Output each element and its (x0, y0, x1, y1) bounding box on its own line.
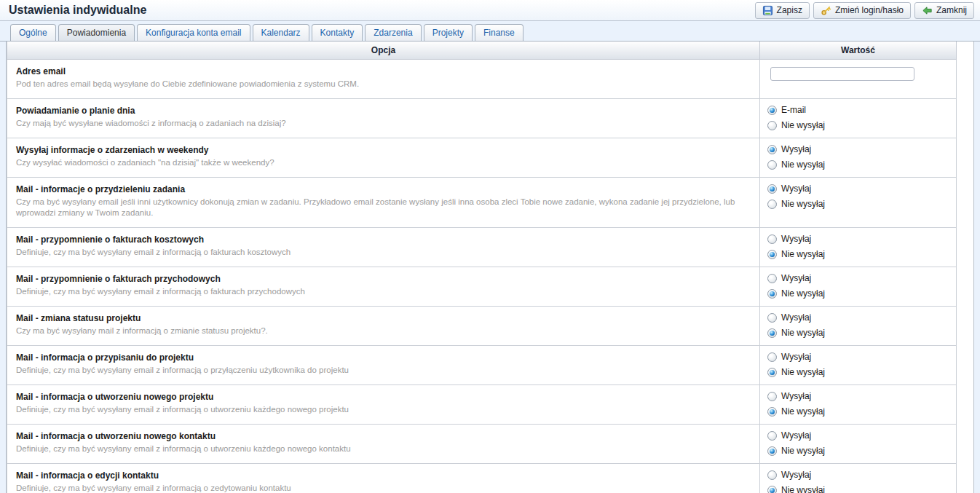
radio-label[interactable]: Wysyłaj (781, 184, 811, 194)
radio-button[interactable] (767, 407, 777, 417)
radio-label[interactable]: Wysyłaj (781, 312, 811, 323)
tab-zdarzenia[interactable]: Zdarzenia (365, 24, 421, 41)
radio-button[interactable] (767, 431, 777, 441)
radio-option[interactable]: Wysyłaj (767, 312, 949, 323)
setting-description: Definiuje, czy ma być wysyłany email z i… (16, 365, 751, 376)
radio-label[interactable]: Nie wysyłaj (781, 288, 825, 299)
setting-title: Mail - zmiana statusu projektu (16, 312, 751, 324)
radio-button[interactable] (767, 234, 777, 244)
tab-ogolne[interactable]: Ogólne (10, 24, 56, 41)
radio-button[interactable] (767, 250, 777, 259)
tab-finanse[interactable]: Finanse (475, 24, 523, 41)
save-button[interactable]: Zapisz (755, 2, 810, 19)
table-row: Mail - przypomnienie o fakturach przycho… (7, 267, 957, 306)
radio-option[interactable]: Nie wysyłaj (767, 249, 949, 260)
radio-option[interactable]: Wysyłaj (767, 273, 949, 284)
radio-option[interactable]: Nie wysyłaj (767, 328, 949, 339)
tab-powiadomienia[interactable]: Powiadomienia (58, 24, 135, 41)
radio-option[interactable]: Wysyłaj (767, 430, 949, 441)
tab-projekty[interactable]: Projekty (424, 24, 473, 41)
radio-label[interactable]: Wysyłaj (781, 234, 811, 244)
radio-button[interactable] (767, 160, 777, 170)
radio-button[interactable] (767, 200, 777, 209)
header-bar: Ustawienia indywidualne Zapisz Zmień log… (0, 0, 980, 21)
close-button[interactable]: Zamknij (914, 2, 974, 19)
radio-button[interactable] (767, 328, 777, 338)
radio-button[interactable] (767, 470, 777, 480)
page-title: Ustawienia indywidualne (9, 4, 755, 17)
radio-button[interactable] (767, 446, 777, 456)
radio-button[interactable] (767, 486, 777, 493)
radio-label[interactable]: Nie wysyłaj (781, 406, 825, 417)
radio-button[interactable] (767, 289, 777, 299)
setting-description: Czy ma być wysyłany mail z informacją o … (16, 326, 751, 336)
radio-option[interactable]: Nie wysyłaj (767, 367, 949, 378)
radio-option[interactable]: Wysyłaj (767, 352, 949, 363)
table-row: Mail - informacja o przypisaniu do proje… (7, 345, 957, 384)
tab-kalendarz[interactable]: Kalendarz (253, 24, 309, 41)
radio-button[interactable] (767, 352, 777, 362)
radio-label[interactable]: Nie wysyłaj (781, 120, 825, 130)
setting-title: Powiadamianie o planie dnia (16, 105, 751, 117)
setting-description: Czy mają być wysyłane wiadomości z infor… (16, 118, 751, 129)
radio-label[interactable]: Wysyłaj (781, 430, 811, 441)
radio-label[interactable]: Wysyłaj (781, 352, 811, 362)
table-row: Mail - zmiana statusu projektu Czy ma by… (7, 306, 957, 345)
radio-label[interactable]: Wysyłaj (781, 391, 811, 401)
radio-label[interactable]: Wysyłaj (781, 144, 811, 154)
email-input[interactable] (770, 67, 914, 81)
setting-description: Czy wysyłać wiadomości o zadaniach "na d… (16, 157, 751, 168)
radio-button[interactable] (767, 121, 777, 130)
radio-button[interactable] (767, 313, 777, 323)
setting-title: Wysyłaj informacje o zdarzeniach w weeke… (16, 144, 751, 156)
table-row: Mail - informacja o utworzeniu nowego pr… (7, 384, 957, 424)
radio-option[interactable]: Nie wysyłaj (767, 485, 949, 493)
radio-label[interactable]: Nie wysyłaj (781, 485, 825, 493)
radio-option[interactable]: E-mail (767, 105, 949, 116)
change-login-button[interactable]: Zmień login/hasło (813, 2, 911, 19)
radio-option[interactable]: Nie wysyłaj (767, 406, 949, 417)
setting-title: Mail - przypomnienie o fakturach kosztow… (16, 234, 751, 245)
radio-button[interactable] (767, 274, 777, 283)
tab-konfiguracja-konta-email[interactable]: Konfiguracja konta email (137, 24, 250, 41)
setting-description: Definiuje, czy ma być wysyłany email z i… (16, 483, 751, 493)
radio-label[interactable]: Nie wysyłaj (781, 446, 825, 456)
tab-strip: Ogólne Powiadomienia Konfiguracja konta … (0, 21, 980, 42)
radio-option[interactable]: Nie wysyłaj (767, 159, 949, 170)
radio-button[interactable] (767, 184, 777, 194)
setting-title: Mail - informacja o utworzeniu nowego ko… (16, 430, 751, 442)
setting-title: Adres email (16, 66, 751, 77)
radio-label[interactable]: Nie wysyłaj (781, 159, 825, 170)
radio-label[interactable]: Nie wysyłaj (781, 199, 825, 209)
radio-option[interactable]: Wysyłaj (767, 184, 949, 194)
radio-label[interactable]: Wysyłaj (781, 273, 811, 283)
radio-option[interactable]: Wysyłaj (767, 144, 949, 155)
back-arrow-icon (922, 5, 933, 16)
radio-label[interactable]: Nie wysyłaj (781, 249, 825, 259)
radio-label[interactable]: E-mail (781, 105, 806, 115)
setting-description: Definiuje, czy ma być wysyłany email z i… (16, 247, 751, 258)
radio-button[interactable] (767, 106, 777, 115)
close-button-label: Zamknij (936, 5, 967, 15)
setting-description: Definiuje, czy ma być wysyłany email z i… (16, 443, 751, 454)
radio-label[interactable]: Wysyłaj (781, 470, 811, 480)
radio-option[interactable]: Wysyłaj (767, 391, 949, 402)
col-header-opcja: Opcja (7, 42, 760, 59)
settings-panel: Opcja Wartość Adres email Pod ten adres … (6, 42, 974, 493)
setting-title: Mail - przypomnienie o fakturach przycho… (16, 273, 751, 285)
radio-button[interactable] (767, 145, 777, 154)
setting-title: Mail - informacja o edycji kontaktu (16, 470, 751, 481)
radio-option[interactable]: Nie wysyłaj (767, 446, 949, 457)
radio-option[interactable]: Wysyłaj (767, 470, 949, 481)
tab-kontakty[interactable]: Kontakty (312, 24, 363, 41)
radio-label[interactable]: Nie wysyłaj (781, 367, 825, 377)
save-icon (762, 5, 773, 16)
setting-title: Mail - informacja o utworzeniu nowego pr… (16, 391, 751, 403)
radio-label[interactable]: Nie wysyłaj (781, 328, 825, 338)
radio-option[interactable]: Nie wysyłaj (767, 199, 949, 210)
radio-button[interactable] (767, 392, 777, 401)
radio-option[interactable]: Nie wysyłaj (767, 120, 949, 131)
radio-option[interactable]: Wysyłaj (767, 234, 949, 245)
radio-button[interactable] (767, 368, 777, 377)
radio-option[interactable]: Nie wysyłaj (767, 288, 949, 299)
